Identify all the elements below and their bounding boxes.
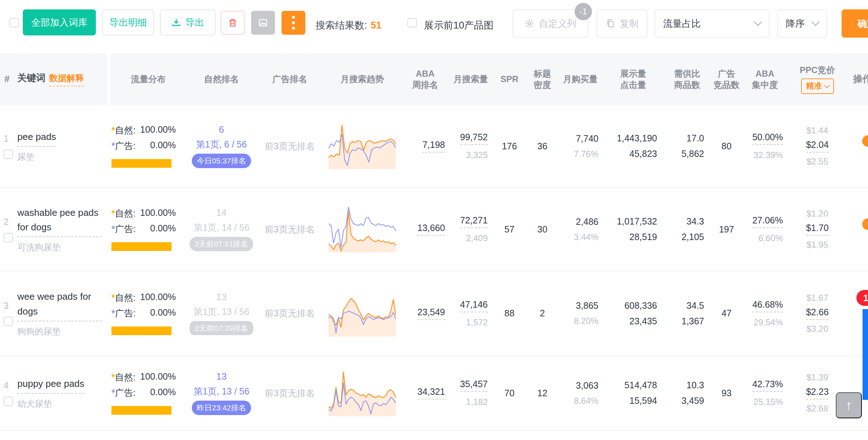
more-actions-button[interactable] — [281, 11, 305, 35]
delete-button[interactable] — [221, 11, 245, 35]
export-button[interactable]: 导出 — [160, 9, 216, 35]
row-checkbox[interactable] — [4, 317, 13, 326]
col-header-impressions[interactable]: 展示量点击量 — [602, 68, 664, 90]
results-label: 搜索结果数: — [316, 20, 367, 31]
row-checkbox[interactable] — [4, 150, 13, 159]
col-header-aba-concentration[interactable]: ABA集中度 — [743, 68, 787, 90]
traffic-distribution-cell: *自然:100.00% *广告:0.00% — [111, 292, 186, 335]
col-header-spr[interactable]: SPR — [493, 73, 526, 85]
purchase-value: 3,063 — [576, 380, 598, 391]
search-volume-value[interactable]: 72,271 — [460, 215, 488, 228]
aba-week-rank-value[interactable]: 7,198 — [422, 140, 445, 153]
image-view-button[interactable] — [251, 11, 275, 35]
aba-week-rank-cell: 34,321 — [402, 386, 449, 400]
search-trend-sparkline[interactable] — [329, 370, 396, 416]
keyword-link[interactable]: pee pads — [17, 129, 56, 147]
search-volume-sub: 2,409 — [466, 233, 488, 243]
keyword-link[interactable]: wee wee pads for dogs — [17, 289, 102, 321]
search-trend-sparkline[interactable] — [329, 123, 396, 169]
aba-week-rank-value[interactable]: 34,321 — [418, 386, 445, 400]
ppc-mid[interactable]: $2.66 — [806, 307, 829, 320]
aba-concentration-value[interactable]: 42.73% — [752, 379, 783, 392]
confirm-button[interactable]: 确定 — [842, 9, 868, 38]
row-number: 2 — [4, 217, 9, 227]
ad-rank-cell: 前3页无排名 — [257, 223, 323, 235]
search-volume-sub: 3,325 — [466, 150, 488, 160]
col-header-volume[interactable]: 月搜索量 — [449, 73, 493, 85]
table-row: 3 wee wee pads for dogs 狗狗的尿垫 *自然:100.00… — [0, 271, 868, 356]
show-top10-checkbox[interactable] — [407, 18, 417, 27]
purchase-rate: 8.20% — [574, 316, 598, 326]
aba-concentration-sub: 25.15% — [754, 397, 783, 407]
back-to-top-button[interactable]: ↑ — [836, 392, 862, 418]
aba-concentration-value[interactable]: 46.68% — [752, 299, 783, 312]
sort-field-select[interactable]: 流量占比 — [655, 9, 770, 38]
search-volume-value[interactable]: 99,752 — [460, 132, 488, 145]
search-trend-sparkline[interactable] — [329, 290, 396, 337]
purchase-value: 3,865 — [576, 300, 598, 311]
keyword-link[interactable]: puppy pee pads — [17, 376, 84, 394]
col-header-density[interactable]: 标题密度 — [526, 68, 559, 90]
col-header-trend[interactable]: 月搜索趋势 — [323, 73, 402, 85]
keyword-link[interactable]: washable pee pads for dogs — [17, 205, 102, 238]
ad-rank-cell: 前3页无排名 — [257, 307, 323, 319]
row-index-cell: 4 — [0, 380, 17, 406]
row-number: 1 — [4, 133, 9, 144]
show-top10-label[interactable]: 展示前10产品图 — [424, 19, 494, 32]
search-volume-value[interactable]: 35,457 — [460, 379, 488, 392]
ad-competitors-cell: 47 — [710, 308, 743, 319]
copy-button[interactable]: 复制 — [596, 9, 648, 38]
actions-cell — [848, 188, 868, 270]
ppc-mid[interactable]: $2.23 — [806, 386, 829, 400]
ppc-precise-filter[interactable]: 精准 — [801, 78, 834, 94]
action-icon-clipped[interactable] — [862, 135, 868, 147]
organic-rank-cell: 14 第1页, 14 / 56 2天前07:51排名 — [186, 207, 257, 251]
aba-concentration-cell: 42.73% 25.15% — [743, 379, 787, 407]
product-count-value: 5,862 — [681, 149, 704, 159]
traffic-bar — [111, 326, 172, 335]
col-header-organic-rank[interactable]: 自然排名 — [186, 73, 257, 85]
col-header-aba-week[interactable]: ABA周排名 — [402, 68, 449, 90]
row-index-cell: 3 — [0, 300, 17, 326]
ppc-low: $1.39 — [806, 372, 828, 383]
purchase-value: 7,740 — [576, 133, 598, 144]
trend-cell — [323, 370, 402, 416]
aba-concentration-value[interactable]: 27.06% — [752, 215, 783, 228]
col-header-actions: 操作 — [848, 73, 868, 85]
title-density-cell: 2 — [526, 308, 559, 319]
ad-competitors-cell: 197 — [710, 224, 743, 235]
add-all-to-wordbank-button[interactable]: 全部加入词库 — [23, 9, 96, 35]
chevron-down-icon — [754, 18, 762, 26]
col-header-traffic[interactable]: 流量分布 — [111, 73, 186, 85]
col-header-supply[interactable]: 需供比商品数 — [664, 68, 710, 90]
row-checkbox[interactable] — [4, 397, 13, 406]
action-icon-clipped[interactable] — [862, 218, 868, 230]
col-header-purchase[interactable]: 月购买量 — [559, 73, 602, 85]
title-density-cell: 30 — [526, 224, 559, 235]
ppc-header-label: PPC竞价 — [800, 64, 835, 76]
col-header-ad-rank[interactable]: 广告排名 — [257, 73, 323, 85]
export-label: 导出 — [185, 16, 204, 29]
search-volume-sub: 1,572 — [466, 317, 488, 328]
purchase-cell: 3,865 8.20% — [559, 300, 602, 326]
notification-badge: 1 — [856, 290, 868, 306]
purchase-cell: 3,063 8.64% — [559, 380, 602, 406]
keyword-translation: 狗狗的尿垫 — [17, 326, 61, 337]
search-volume-value[interactable]: 47,146 — [460, 299, 488, 312]
export-detail-button[interactable]: 导出明细 — [102, 9, 154, 35]
ppc-mid[interactable]: $2.04 — [806, 140, 829, 153]
data-explain-link[interactable]: 数据解释 — [49, 72, 84, 86]
sort-order-select[interactable]: 降序 — [777, 9, 827, 38]
rank-time-badge: 昨日23:42排名 — [192, 401, 251, 415]
aba-concentration-value[interactable]: 50.00% — [752, 132, 783, 145]
ad-competitors-cell: 80 — [710, 141, 743, 151]
search-trend-sparkline[interactable] — [329, 206, 396, 252]
aba-week-rank-value[interactable]: 23,549 — [418, 307, 445, 320]
row-checkbox[interactable] — [4, 233, 13, 242]
col-header-ad-competitors[interactable]: 广告竞品数 — [710, 68, 743, 90]
select-all-checkbox[interactable] — [9, 18, 19, 27]
aba-week-rank-value[interactable]: 13,660 — [418, 223, 445, 236]
table-body: 1 pee pads 尿垫 *自然:100.00% *广告:0.00% 6 第1… — [0, 105, 868, 431]
side-panel-edge — [863, 309, 868, 400]
ppc-mid[interactable]: $1.70 — [806, 223, 829, 236]
